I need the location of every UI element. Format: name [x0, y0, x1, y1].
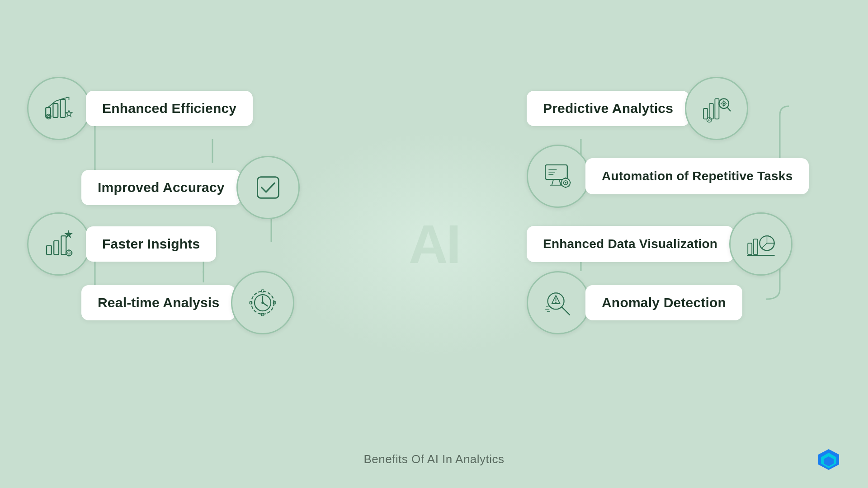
svg-rect-32 — [709, 103, 713, 119]
improved-accuracy-row: Improved Accuracy — [81, 156, 300, 219]
svg-line-59 — [569, 186, 570, 187]
automation-label: Automation of Repetitive Tasks — [585, 158, 809, 194]
predictive-analytics-row: Predictive Analytics — [527, 77, 748, 140]
svg-line-58 — [562, 179, 563, 180]
svg-point-24 — [262, 301, 264, 304]
faster-insights-label: Faster Insights — [86, 226, 216, 262]
svg-rect-61 — [754, 239, 758, 254]
data-visualization-row: Enhanced Data Visualization — [527, 212, 793, 276]
enhanced-efficiency-row: Enhanced Efficiency — [27, 77, 253, 140]
data-visualization-icon — [729, 212, 793, 276]
enhanced-efficiency-label: Enhanced Efficiency — [86, 91, 253, 126]
svg-rect-11 — [54, 241, 59, 255]
svg-point-14 — [66, 250, 72, 256]
logo — [816, 447, 841, 472]
realtime-analysis-label: Real-time Analysis — [81, 285, 236, 320]
faster-insights-icon — [27, 212, 90, 276]
predictive-analytics-label: Predictive Analytics — [527, 91, 689, 126]
right-section: Predictive Analytics — [527, 36, 843, 380]
svg-point-67 — [555, 302, 557, 303]
anomaly-detection-icon — [527, 271, 590, 334]
svg-line-45 — [552, 179, 554, 185]
improved-accuracy-icon — [236, 156, 300, 219]
svg-rect-4 — [53, 103, 58, 117]
svg-point-37 — [723, 103, 725, 104]
svg-rect-12 — [61, 236, 66, 254]
anomaly-detection-row: Anomaly Detection — [527, 271, 742, 334]
enhanced-efficiency-icon — [27, 77, 90, 140]
svg-rect-31 — [703, 108, 708, 119]
svg-point-53 — [565, 182, 566, 184]
page-title: Benefits Of AI In Analytics — [363, 452, 504, 466]
svg-rect-33 — [715, 99, 719, 119]
svg-rect-5 — [61, 99, 66, 117]
automation-icon — [527, 145, 590, 208]
svg-rect-60 — [748, 243, 752, 254]
data-visualization-label: Enhanced Data Visualization — [527, 226, 734, 262]
svg-marker-6 — [66, 110, 72, 117]
left-section: Enhanced Efficiency Improved Accuracy — [27, 36, 316, 380]
improved-accuracy-label: Improved Accuracy — [81, 170, 241, 205]
realtime-analysis-row: Real-time Analysis — [81, 271, 294, 334]
predictive-analytics-icon — [685, 77, 748, 140]
anomaly-detection-label: Anomaly Detection — [585, 285, 742, 320]
realtime-analysis-icon — [231, 271, 294, 334]
svg-rect-9 — [257, 177, 278, 198]
svg-rect-10 — [47, 246, 52, 255]
svg-line-35 — [727, 107, 730, 111]
automation-row: Automation of Repetitive Tasks — [527, 145, 809, 208]
faster-insights-row: Faster Insights — [27, 212, 216, 276]
svg-line-65 — [562, 307, 570, 315]
watermark: AI — [409, 213, 459, 275]
svg-point-15 — [68, 252, 70, 254]
